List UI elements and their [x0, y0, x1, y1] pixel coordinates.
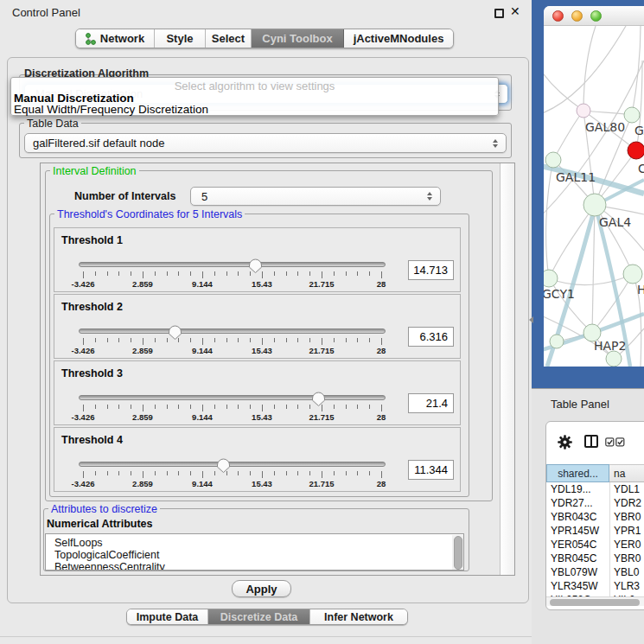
slider-tick: [322, 271, 322, 278]
network-view-window[interactable]: GAL80GACYGAL11GAL4GCY1HAHAP2: [544, 6, 644, 367]
slider-track[interactable]: [79, 462, 386, 467]
network-edge[interactable]: [546, 160, 553, 278]
network-icon: [86, 33, 96, 45]
column-header-shared[interactable]: shared...: [546, 464, 609, 482]
vertical-scrollbar[interactable]: [500, 163, 514, 575]
network-node[interactable]: [545, 152, 561, 168]
network-edge[interactable]: [544, 61, 583, 111]
table-hscrollbar-thumb[interactable]: [550, 599, 640, 606]
network-edge[interactable]: [553, 111, 583, 160]
slider-tick-label: -3.426: [64, 346, 102, 355]
threshold-panel-1: Threshold 1-3.4262.8599.14415.4321.71528…: [54, 227, 461, 292]
network-canvas[interactable]: GAL80GACYGAL11GAL4GCY1HAHAP2: [544, 26, 644, 367]
slider-track[interactable]: [79, 262, 386, 267]
network-node[interactable]: [628, 142, 644, 159]
close-window-icon[interactable]: [552, 10, 564, 22]
panel-splitter-handle[interactable]: [529, 316, 533, 323]
bottom-tab-discretize-data[interactable]: Discretize Data: [208, 609, 310, 624]
network-edge[interactable]: [549, 205, 595, 278]
apply-button[interactable]: Apply: [232, 580, 291, 597]
split-view-icon[interactable]: [584, 435, 598, 448]
slider-track[interactable]: [79, 395, 386, 400]
attributes-scrollbar[interactable]: [452, 535, 464, 571]
network-edge[interactable]: [544, 26, 626, 117]
slider-thumb[interactable]: [248, 258, 263, 274]
threshold-value-field[interactable]: 11.344: [408, 460, 454, 480]
algorithm-option-equal-width-frequency-discretization[interactable]: Equal Width/Frequency Discretization: [14, 103, 208, 116]
cell-shared-name: YLR345W: [551, 580, 598, 592]
slider-thumb[interactable]: [168, 325, 182, 341]
float-panel-icon[interactable]: [494, 9, 504, 18]
tab-cyni-toolbox[interactable]: Cyni Toolbox: [252, 29, 344, 48]
network-node[interactable]: [550, 335, 564, 348]
slider-tick: [202, 271, 203, 278]
slider-tick-label: 15.43: [243, 412, 281, 422]
checkbox-icon[interactable]: [615, 437, 625, 447]
network-node[interactable]: [606, 351, 622, 367]
number-of-intervals-select[interactable]: 5: [190, 187, 441, 206]
threshold-value-field[interactable]: 21.4: [408, 393, 454, 413]
slider-tick-label: 2.859: [124, 279, 162, 289]
close-panel-icon[interactable]: ✕: [510, 4, 520, 18]
slider-tick: [95, 338, 96, 342]
table-row[interactable]: YDL19...YDL1: [546, 482, 644, 496]
network-window-titlebar[interactable]: [544, 6, 644, 26]
slider-thumb[interactable]: [216, 458, 231, 474]
network-edge[interactable]: [583, 26, 596, 111]
network-edge[interactable]: [592, 205, 595, 333]
slider-tick: [309, 271, 310, 276]
bottom-tab-infer-network[interactable]: Infer Network: [310, 609, 407, 624]
numerical-attributes-label: Numerical Attributes: [47, 518, 152, 530]
threshold-label: Threshold 4: [61, 434, 123, 446]
network-node[interactable]: [544, 270, 558, 287]
minimize-window-icon[interactable]: [571, 10, 583, 22]
table-row[interactable]: YBR045CYBR0: [546, 552, 644, 565]
table-row[interactable]: YBR043CYBR0: [546, 510, 644, 524]
attributes-scrollbar-thumb[interactable]: [454, 536, 462, 570]
threshold-value-field[interactable]: 6.316: [408, 327, 454, 347]
numerical-attributes-list[interactable]: SelfLoopsTopologicalCoefficientBetweenne…: [45, 533, 464, 571]
network-edge[interactable]: [549, 274, 633, 285]
tab-select[interactable]: Select: [206, 29, 252, 48]
network-graph: GAL80GACYGAL11GAL4GCY1HAHAP2: [544, 26, 644, 367]
slider-tick: [190, 471, 191, 475]
slider-tick: [107, 338, 108, 342]
gear-icon[interactable]: [558, 435, 572, 450]
cell-name: YDL1: [614, 483, 640, 495]
attribute-item-topologicalcoefficient[interactable]: TopologicalCoefficient: [54, 549, 159, 561]
table-data-select[interactable]: galFiltered.sif default node: [24, 133, 507, 153]
slider-track[interactable]: [79, 328, 386, 334]
table-row[interactable]: YDR27...YDR2: [546, 496, 644, 510]
tab-jactivemnodules[interactable]: jActiveMNodules: [344, 29, 453, 48]
table-row[interactable]: YPR145WYPR1: [546, 524, 644, 538]
tab-style[interactable]: Style: [155, 29, 206, 48]
slider-tick: [381, 338, 382, 345]
slider-thumb[interactable]: [311, 392, 326, 407]
network-node[interactable]: [623, 265, 642, 284]
slider-tick: [155, 471, 156, 475]
slider-tick: [214, 338, 215, 342]
slider-tick: [178, 471, 179, 475]
threshold-label: Threshold 3: [61, 367, 123, 379]
zoom-window-icon[interactable]: [590, 10, 602, 22]
thresholds-group-title: Threshold's Coordinates for 5 Intervals: [54, 208, 245, 220]
cell-name: YBR0: [614, 552, 641, 564]
tab-network[interactable]: Network: [76, 29, 155, 48]
threshold-value-field[interactable]: 14.713: [408, 260, 454, 280]
table-row[interactable]: YLR345WYLR3: [546, 579, 644, 593]
number-of-intervals-value: 5: [201, 190, 207, 203]
slider-tick: [262, 338, 263, 345]
table-row[interactable]: YER054CYER0: [546, 538, 644, 552]
network-node[interactable]: [624, 107, 640, 123]
network-node[interactable]: [577, 104, 590, 118]
column-header-name[interactable]: na: [609, 464, 644, 482]
table-row[interactable]: YBL079WYBL0: [546, 565, 644, 579]
checkbox-icon[interactable]: [605, 437, 615, 447]
table-horizontal-scrollbar[interactable]: [546, 596, 644, 606]
bottom-tab-impute-data[interactable]: Impute Data: [127, 609, 208, 624]
attribute-item-selfloops[interactable]: SelfLoops: [54, 537, 103, 549]
slider-tick: [274, 405, 275, 409]
threshold-label: Threshold 1: [61, 234, 123, 246]
network-node[interactable]: [583, 194, 606, 216]
attribute-item-betweennesscentrality[interactable]: BetweennessCentrality: [54, 561, 165, 571]
